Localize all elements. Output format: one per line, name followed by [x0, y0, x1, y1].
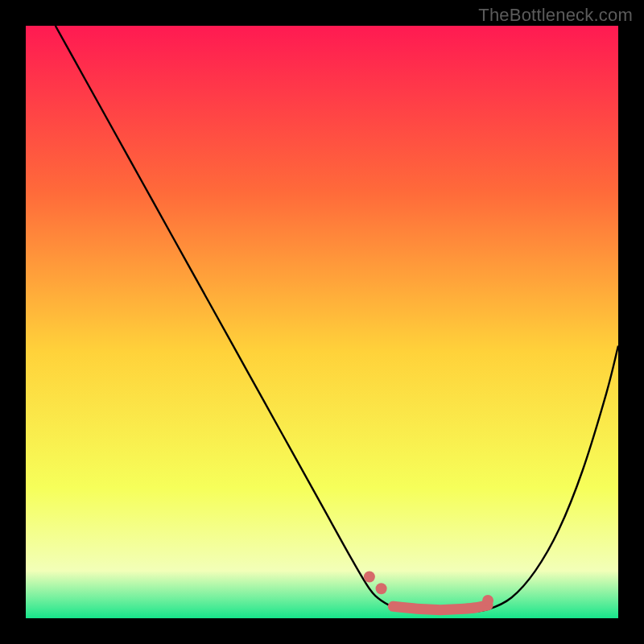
optimal-range-highlight — [393, 605, 488, 610]
marker-dot — [364, 571, 375, 582]
marker-dot — [376, 583, 387, 594]
bottleneck-chart — [26, 26, 618, 618]
watermark-text: TheBottleneck.com — [478, 5, 633, 26]
plot-area — [26, 26, 618, 618]
chart-frame: TheBottleneck.com — [0, 0, 644, 644]
gradient-background — [26, 26, 618, 618]
marker-dot — [482, 595, 493, 606]
